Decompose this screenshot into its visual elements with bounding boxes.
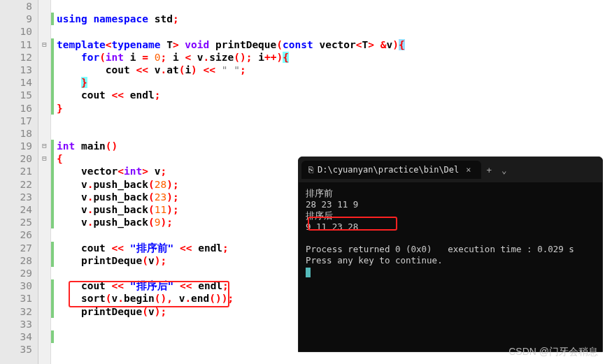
fold-gutter[interactable]: ⊟⊟⊟ [38,0,51,364]
terminal-tab-title: D:\cyuanyan\practice\bin\Del [318,165,459,175]
terminal-window[interactable]: ⎘ D:\cyuanyan\practice\bin\Del × + ⌄ 排序前… [298,156,603,352]
watermark-text: CSDN @门牙会稍息 [508,346,598,358]
chevron-down-icon[interactable]: ⌄ [497,165,511,175]
terminal-tabbar: ⎘ D:\cyuanyan\practice\bin\Del × + ⌄ [299,157,602,182]
line-number-gutter: 8910111213141516171819202122232425262728… [0,0,38,364]
close-icon[interactable]: × [463,165,474,175]
terminal-tab[interactable]: ⎘ D:\cyuanyan\practice\bin\Del × [301,161,481,179]
new-tab-button[interactable]: + [481,165,498,175]
terminal-icon: ⎘ [308,165,313,175]
terminal-output: 排序前 28 23 11 9 排序后 9 11 23 28 Process re… [299,182,602,283]
